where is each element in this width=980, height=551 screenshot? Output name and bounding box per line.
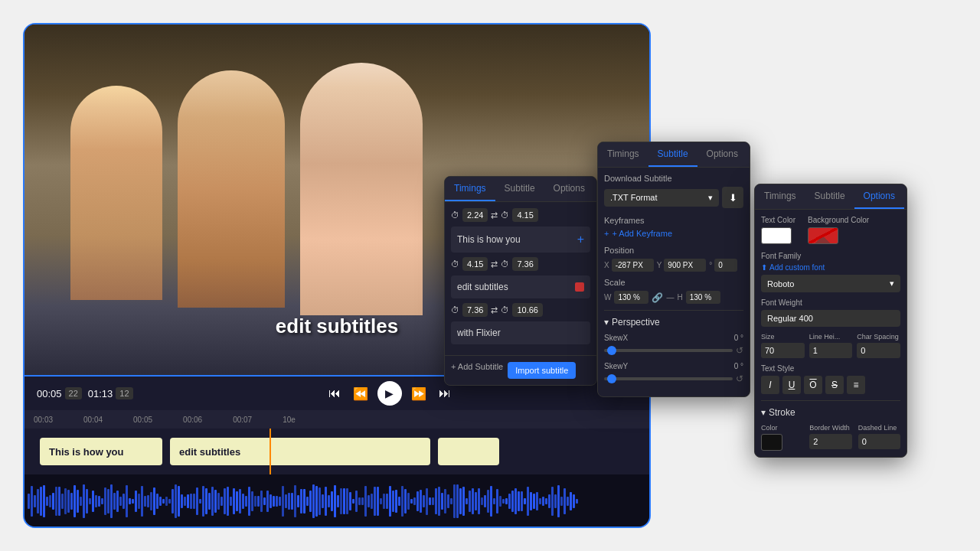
subtitle-tab-subtitle[interactable]: Subtitle xyxy=(648,142,697,167)
skew-y-slider-thumb[interactable] xyxy=(607,374,616,383)
stroke-dashed-label: Dashed Line xyxy=(858,424,900,432)
add-keyframe-button[interactable]: + + Add Keyframe xyxy=(604,229,672,238)
line-height-input[interactable] xyxy=(809,343,853,358)
stroke-dashed-item: Dashed Line xyxy=(858,424,900,449)
add-custom-font-button[interactable]: ⬆ Add custom font xyxy=(761,263,825,272)
text-color-label: Text Color xyxy=(761,216,795,224)
position-section: Position X Y ° xyxy=(604,246,743,272)
pos-r-field[interactable] xyxy=(714,259,737,272)
font-select[interactable]: Roboto ▾ xyxy=(761,275,900,292)
italic-button[interactable]: I xyxy=(761,376,779,394)
skew-y-reset-button[interactable]: ↺ xyxy=(736,373,743,384)
scale-h-label: — xyxy=(666,293,674,302)
chevron-down-icon: ▾ xyxy=(708,193,713,203)
skip-to-start-button[interactable]: ⏮ xyxy=(325,383,344,403)
strikethrough-button[interactable]: S xyxy=(825,376,844,394)
stroke-border-input[interactable] xyxy=(809,434,851,449)
pos-y-field[interactable] xyxy=(664,259,706,272)
add-subtitle-1[interactable]: + xyxy=(577,233,584,246)
size-item: Size xyxy=(761,333,805,358)
clock-icon-1: ⏱ xyxy=(451,210,459,220)
pos-y-label: Y xyxy=(657,261,662,269)
tab-subtitle[interactable]: Subtitle xyxy=(495,177,544,201)
clock-icon-2b: ⏱ xyxy=(501,259,509,269)
timing-start-3: 7.36 xyxy=(462,303,488,317)
person-silhouette-3 xyxy=(300,63,423,315)
keyframes-section: Keyframes + + Add Keyframe xyxy=(604,216,743,238)
stroke-color-swatch[interactable] xyxy=(761,434,782,451)
timings-bottom-bar: + Add Subtitle Import subtitle xyxy=(445,355,596,385)
subtitle-item-2[interactable]: edit subtitles xyxy=(451,276,590,298)
perspective-header[interactable]: ▾ Perspective xyxy=(604,317,743,328)
stroke-dashed-input[interactable] xyxy=(858,434,900,449)
timing-end-2: 7.36 xyxy=(512,257,537,271)
time-marker-1: 00:03 xyxy=(34,416,53,424)
timings-panel-tabs: Timings Subtitle Options xyxy=(445,177,596,202)
align-button[interactable]: ≡ xyxy=(847,376,865,394)
text-color-swatch[interactable] xyxy=(761,227,792,244)
skew-y-slider-track[interactable] xyxy=(604,377,733,380)
chevron-icon: ▾ xyxy=(604,317,609,328)
timeline-cursor xyxy=(270,429,271,474)
scale-w-field[interactable] xyxy=(614,291,648,304)
subtitle-item-3[interactable]: with Flixier xyxy=(451,321,590,344)
rewind-button[interactable]: ⏪ xyxy=(350,383,371,404)
subtitle-tab-options[interactable]: Options xyxy=(697,142,747,167)
line-height-label: Line Hei... xyxy=(809,333,853,341)
options-tab-timings[interactable]: Timings xyxy=(755,184,805,209)
options-panel-content: Text Color Background Color Font Family … xyxy=(755,210,906,457)
tab-options[interactable]: Options xyxy=(544,177,594,201)
text-style-label: Text Style xyxy=(761,364,900,373)
pos-y-input: Y xyxy=(657,259,707,272)
subtitle-track-1[interactable]: This is how you xyxy=(40,438,162,465)
subtitle-text-3: with Flixier xyxy=(457,328,501,338)
play-pause-button[interactable]: ▶ xyxy=(377,381,402,406)
format-dropdown-row: .TXT Format ▾ ⬇ xyxy=(604,187,743,208)
time-marker-4: 00:06 xyxy=(183,416,202,424)
clock-icon-2: ⏱ xyxy=(451,259,459,269)
bg-color-swatch[interactable] xyxy=(808,227,838,244)
plus-icon: + xyxy=(604,229,609,238)
underline-button[interactable]: U xyxy=(782,376,801,394)
scale-w-label: W xyxy=(604,293,611,302)
time-marker-6: 10e xyxy=(283,416,296,424)
import-subtitle-button[interactable]: Import subtitle xyxy=(508,362,576,379)
skip-to-end-button[interactable]: ⏭ xyxy=(436,383,454,403)
skew-y-slider-container: ↺ xyxy=(604,373,743,384)
add-subtitle-link[interactable]: + Add Subtitle xyxy=(451,362,503,379)
options-tab-subtitle[interactable]: Subtitle xyxy=(805,184,854,209)
subtitle-tab-timings[interactable]: Timings xyxy=(598,142,648,167)
overline-button[interactable]: O xyxy=(804,376,822,394)
font-weight-select[interactable]: Regular 400 xyxy=(761,310,900,327)
time-marker-5: 00:07 xyxy=(233,416,252,424)
tab-timings[interactable]: Timings xyxy=(445,177,495,201)
subtitle-track-3[interactable] xyxy=(438,438,499,465)
skew-x-row: SkewX 0 ° ↺ xyxy=(604,334,743,356)
scale-h-field[interactable] xyxy=(686,291,720,304)
waveform-visual xyxy=(24,482,649,520)
skew-x-reset-button[interactable]: ↺ xyxy=(736,345,743,356)
font-family-section: Font Family ⬆ Add custom font Roboto ▾ xyxy=(761,252,900,292)
size-input[interactable] xyxy=(761,343,805,358)
options-panel-tabs: Timings Subtitle Options xyxy=(755,184,906,210)
char-spacing-input[interactable] xyxy=(857,343,900,358)
style-buttons: I U O S ≡ xyxy=(761,376,900,394)
skew-x-slider-thumb[interactable] xyxy=(607,346,616,355)
skew-y-label: SkewY xyxy=(604,362,628,370)
subtitle-item-1[interactable]: This is how you + xyxy=(451,227,590,253)
options-tab-options[interactable]: Options xyxy=(854,184,904,209)
pos-x-field[interactable] xyxy=(612,259,654,272)
download-button[interactable]: ⬇ xyxy=(722,187,743,208)
skew-x-slider-track[interactable] xyxy=(604,349,733,352)
subtitle-panel-content: Download Subtitle .TXT Format ▾ ⬇ Keyfra… xyxy=(598,168,750,396)
stroke-header[interactable]: ▾ Stroke xyxy=(761,407,900,418)
skew-x-label: SkewX xyxy=(604,334,628,342)
font-family-label: Font Family xyxy=(761,252,900,260)
person-silhouette-1 xyxy=(70,86,162,300)
delete-subtitle-2[interactable] xyxy=(575,282,584,292)
format-select[interactable]: .TXT Format ▾ xyxy=(604,189,719,207)
timeline-ruler: 00:03 00:04 00:05 00:06 00:07 10e xyxy=(24,410,649,429)
subtitle-track-2[interactable]: edit subtitles xyxy=(170,438,430,465)
fast-forward-button[interactable]: ⏩ xyxy=(408,383,430,404)
position-label: Position xyxy=(604,246,743,255)
